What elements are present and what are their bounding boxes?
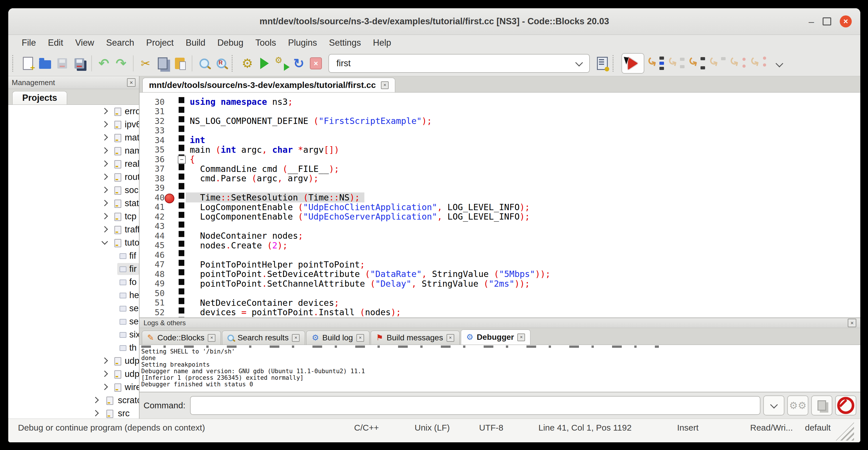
chevron-collapsed-icon[interactable] <box>92 410 99 417</box>
clear-log-button[interactable] <box>835 395 856 416</box>
title-bar[interactable]: mnt/dev/tools/source/ns-3-dev/examples/t… <box>8 8 860 35</box>
code-line-31[interactable]: 31 <box>140 107 860 117</box>
chevron-collapsed-icon[interactable] <box>101 108 108 115</box>
open-file-button[interactable] <box>36 55 54 72</box>
menu-tools[interactable]: Tools <box>249 36 282 49</box>
menu-plugins[interactable]: Plugins <box>282 36 323 49</box>
breakpoint-margin[interactable] <box>165 212 177 221</box>
code-line-40[interactable]: 40 Time::SetResolution (Time::NS); <box>140 193 860 203</box>
copy-button[interactable] <box>154 55 171 72</box>
code-line-30[interactable]: 30using namespace ns3; <box>140 97 860 107</box>
breakpoint-margin[interactable] <box>165 193 177 203</box>
menu-project[interactable]: Project <box>140 36 180 49</box>
tab-close-icon[interactable]: × <box>446 334 454 342</box>
code-line-41[interactable]: 41 LogComponentEnable ("UdpEchoClientApp… <box>140 203 860 212</box>
code-line-46[interactable]: 46 <box>140 250 860 260</box>
debugger-log[interactable]: Setting SHELL to '/bin/sh'doneSetting br… <box>140 345 860 392</box>
code-line-42[interactable]: 42 LogComponentEnable ("UdpEchoServerApp… <box>140 212 860 221</box>
chevron-collapsed-icon[interactable] <box>101 226 108 233</box>
code-editor[interactable]: 30using namespace ns3;3132NS_LOG_COMPONE… <box>140 92 860 318</box>
minimize-button[interactable]: – <box>809 17 814 26</box>
logs-close-icon[interactable]: × <box>848 319 856 327</box>
menu-edit[interactable]: Edit <box>42 36 69 49</box>
breakpoint-margin[interactable] <box>165 231 177 241</box>
tree-item-scratch[interactable]: scratch <box>8 394 139 407</box>
logs-tab-build-messages[interactable]: ⚑Build messages× <box>371 331 460 344</box>
code-line-51[interactable]: 51 NetDeviceContainer devices; <box>140 298 860 308</box>
code-line-50[interactable]: 50 <box>140 289 860 298</box>
breakpoint-margin[interactable] <box>165 260 177 270</box>
tree-item-se[interactable]: se <box>8 302 139 315</box>
breakpoint-margin[interactable] <box>165 298 177 308</box>
chevron-collapsed-icon[interactable] <box>101 134 108 141</box>
code-line-39[interactable]: 39 <box>140 183 860 193</box>
menu-search[interactable]: Search <box>100 36 140 49</box>
tree-item-udp[interactable]: udp <box>8 354 139 367</box>
rebuild-button[interactable]: ↻ <box>290 55 307 72</box>
code-line-48[interactable]: 48 pointToPoint.SetDeviceAttribute ("Dat… <box>140 269 860 279</box>
chevron-collapsed-icon[interactable] <box>101 160 108 167</box>
code-line-43[interactable]: 43 <box>140 221 860 231</box>
menu-file[interactable]: File <box>16 36 42 49</box>
breakpoint-icon[interactable] <box>165 193 174 203</box>
next-instruction-button[interactable]: ↷ <box>730 55 747 72</box>
tree-item-sock[interactable]: sock <box>8 184 139 197</box>
breakpoint-margin[interactable] <box>165 126 177 136</box>
tab-close-icon[interactable]: × <box>517 333 525 341</box>
menu-settings[interactable]: Settings <box>323 36 367 49</box>
tree-item-tcp[interactable]: tcp <box>8 210 139 223</box>
command-history-dropdown[interactable] <box>763 395 784 416</box>
chevron-collapsed-icon[interactable] <box>101 358 108 364</box>
tree-item-fo[interactable]: fo <box>8 275 139 289</box>
chevron-collapsed-icon[interactable] <box>101 187 108 193</box>
build-and-run-button[interactable]: ⚙ <box>273 55 290 72</box>
breakpoint-margin[interactable] <box>165 97 177 107</box>
code-line-35[interactable]: 35main (int argc, char *argv[]) <box>140 145 860 155</box>
chevron-collapsed-icon[interactable] <box>101 174 108 180</box>
cut-button[interactable]: ✂ <box>137 55 154 72</box>
run-button[interactable] <box>256 55 273 72</box>
tree-item-fif[interactable]: fif <box>8 249 139 262</box>
tree-item-erro[interactable]: erro <box>8 105 139 118</box>
logs-tab-code-blocks[interactable]: ✎Code::Blocks× <box>142 331 221 344</box>
logs-tab-search-results[interactable]: Search results× <box>222 331 305 344</box>
code-line-37[interactable]: 37 CommandLine cmd (__FILE__); <box>140 164 860 174</box>
logs-tab-debugger[interactable]: ⚙Debugger× <box>461 330 531 344</box>
tree-item-traff[interactable]: traff <box>8 223 139 236</box>
breakpoint-margin[interactable] <box>165 269 177 279</box>
breakpoint-margin[interactable] <box>165 250 177 260</box>
replace-button[interactable] <box>213 55 230 72</box>
breakpoint-margin[interactable] <box>165 241 177 250</box>
resize-grip[interactable] <box>836 422 854 441</box>
code-line-33[interactable]: 33 <box>140 126 860 136</box>
tree-item-ipv6[interactable]: ipv6 <box>8 118 139 131</box>
run-to-cursor-button[interactable]: ↷ <box>647 55 665 72</box>
redo-button[interactable]: ↷ <box>113 55 129 72</box>
menu-build[interactable]: Build <box>180 36 211 49</box>
tree-item-six[interactable]: six <box>8 328 139 341</box>
toolbar-grip[interactable] <box>613 55 616 72</box>
logs-tab-build-log[interactable]: ⚙Build log× <box>306 331 370 344</box>
tree-item-udp-[interactable]: udp- <box>8 367 139 381</box>
abort-build-button[interactable]: × <box>307 55 324 72</box>
code-line-32[interactable]: 32NS_LOG_COMPONENT_DEFINE ("FirstScriptE… <box>140 116 860 126</box>
step-out-button[interactable]: ↷ <box>709 55 727 72</box>
build-target-properties-button[interactable] <box>594 55 611 72</box>
breakpoint-margin[interactable] <box>165 279 177 289</box>
chevron-collapsed-icon[interactable] <box>92 397 99 403</box>
breakpoint-margin[interactable] <box>165 107 177 117</box>
build-button[interactable]: ⚙ <box>239 55 256 72</box>
undo-button[interactable]: ↶ <box>95 55 113 72</box>
tree-item-se[interactable]: se <box>8 315 139 328</box>
debugger-settings-button[interactable]: ⚙⚙ <box>787 395 808 416</box>
management-close-icon[interactable]: × <box>127 78 135 87</box>
code-line-45[interactable]: 45 nodes.Create (2); <box>140 241 860 250</box>
copy-log-button[interactable] <box>811 395 832 416</box>
tab-projects[interactable]: Projects <box>12 91 67 104</box>
chevron-collapsed-icon[interactable] <box>101 213 108 219</box>
toolbar-grip[interactable] <box>232 55 236 72</box>
step-into-button[interactable]: ↷ <box>688 55 706 72</box>
tree-item-real[interactable]: real <box>8 157 139 171</box>
menu-help[interactable]: Help <box>367 36 397 49</box>
menu-view[interactable]: View <box>69 36 100 49</box>
